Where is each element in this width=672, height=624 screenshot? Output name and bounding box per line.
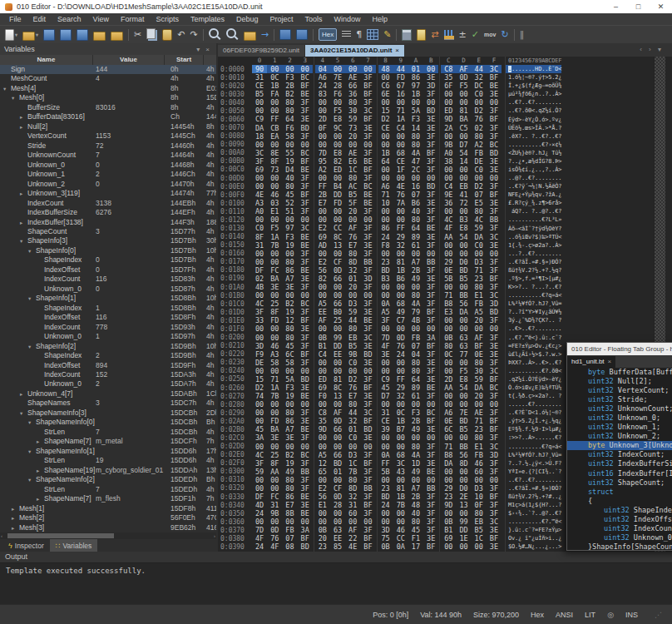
hex-byte[interactable]: 3F (423, 141, 438, 149)
hex-byte[interactable]: 71 (441, 443, 456, 451)
template-code-editor[interactable]: byte BufferData[Buffeuint32 Null[2];uint… (567, 368, 672, 550)
variable-row[interactable]: ▸ShapeName[7]m_metal15DCFh7h (0, 437, 216, 446)
hex-row[interactable]: 0:0180DFFC86BE560D323FBD1B2B3F0EBD713Fßü… (218, 266, 672, 275)
hex-byte[interactable]: 3F (423, 191, 438, 199)
hex-byte[interactable]: 00 (393, 141, 408, 149)
hex-byte[interactable]: BF (298, 534, 313, 542)
hex-byte[interactable]: 3F (423, 451, 438, 459)
hex-byte[interactable]: 3F (423, 157, 438, 166)
variable-row[interactable]: Unknown_0115D97h4h (0, 332, 216, 341)
hex-byte[interactable]: 2A (441, 124, 456, 132)
hex-byte[interactable]: 2D (441, 375, 456, 384)
hex-byte[interactable]: 76 (345, 384, 360, 392)
hex-byte[interactable]: 23 (441, 493, 456, 501)
hex-byte[interactable]: 4A (408, 149, 423, 157)
hex-byte[interactable]: 80 (441, 342, 456, 350)
hex-byte[interactable]: 59 (345, 308, 360, 316)
hex-byte[interactable]: 80 (282, 182, 297, 191)
hex-byte[interactable]: A2 (472, 141, 487, 149)
hex-byte[interactable]: 00 (315, 98, 330, 106)
hex-byte[interactable]: 13 (456, 501, 471, 509)
hex-byte[interactable]: 23 (378, 484, 393, 493)
hex-byte[interactable]: 3F (487, 459, 502, 468)
code-line[interactable]: uint32 ShapeIndex (567, 506, 672, 515)
hex-byte[interactable]: 00 (472, 174, 487, 182)
hex-byte[interactable]: 13 (330, 392, 345, 400)
hex-byte[interactable]: 00 (378, 283, 393, 291)
hex-byte[interactable]: 31 (252, 73, 267, 82)
hex-byte[interactable]: 00 (456, 400, 471, 409)
ansi-text[interactable]: }.û:.c¯?=FE?±Ýµ> (505, 526, 561, 534)
hex-byte[interactable]: 36 (441, 199, 456, 207)
hex-byte[interactable]: 58 (267, 359, 282, 367)
hex-byte[interactable]: 15 (378, 106, 393, 115)
hex-byte[interactable]: 08 (282, 542, 297, 551)
hex-byte[interactable]: 00 (252, 182, 267, 191)
hex-byte[interactable]: 00 (330, 359, 345, 367)
hex-byte[interactable]: 3C (487, 65, 502, 73)
hex-byte[interactable]: E7 (282, 501, 297, 509)
hex-byte[interactable]: 80 (282, 258, 297, 266)
variable-row[interactable]: ▾Mesh[0]8h15DF (0, 93, 216, 102)
hex-byte[interactable]: 3C (487, 291, 502, 300)
hex-byte[interactable]: C8 (315, 409, 330, 417)
variable-row[interactable]: BufferSize830168h4h (0, 103, 216, 112)
hex-byte[interactable]: 3F (298, 342, 313, 350)
hex-byte[interactable]: 3D (423, 82, 438, 90)
hex-byte[interactable]: 00 (441, 316, 456, 324)
hex-byte[interactable]: 00 (252, 215, 267, 224)
hex-byte[interactable]: 29 (393, 384, 408, 392)
hex-byte[interactable]: 76 (267, 534, 282, 542)
zoom-indicator-icon[interactable]: ◎ (607, 611, 614, 619)
hex-byte[interactable]: 4A (408, 451, 423, 459)
hex-byte[interactable]: 3F (298, 433, 313, 442)
hex-byte[interactable]: 00 (267, 291, 282, 300)
ansi-text[interactable]: <ŽU¼}è®?.hJ¿ Tû½ (505, 149, 561, 157)
hex-byte[interactable]: 3C (487, 518, 502, 526)
hex-byte[interactable]: 00 (441, 359, 456, 367)
hex-row[interactable]: 0:0150317B19BEAD13E73EF832613F0000C03E1{… (218, 241, 672, 250)
hex-byte[interactable]: AF (330, 409, 345, 417)
hex-byte[interactable]: 80 (472, 433, 487, 442)
hex-byte[interactable]: 3F (298, 476, 313, 484)
hex-byte[interactable]: 3F (423, 493, 438, 501)
hex-byte[interactable]: 4E (252, 191, 267, 199)
hex-byte[interactable]: 3F (487, 224, 502, 232)
hex-byte[interactable]: BF (423, 342, 438, 350)
line-format-icon[interactable] (339, 26, 353, 44)
hex-byte[interactable]: 00 (282, 215, 297, 224)
hex-byte[interactable]: BC (298, 300, 313, 308)
hex-byte[interactable]: BF (360, 82, 375, 90)
hex-byte[interactable]: 71 (472, 266, 487, 275)
hex-byte[interactable]: E8 (330, 149, 345, 157)
column-header-start[interactable]: Start (165, 55, 204, 65)
hex-byte[interactable]: A7 (408, 484, 423, 493)
hex-byte[interactable]: 00 (315, 250, 330, 258)
hex-byte[interactable]: D0 (456, 484, 471, 493)
hex-byte[interactable]: 3E (423, 375, 438, 384)
hex-byte[interactable]: 00 (330, 476, 345, 484)
hex-byte[interactable]: A7 (408, 258, 423, 266)
hex-byte[interactable]: BC (298, 73, 313, 82)
hex-row[interactable]: 0:0110A0E1513F0000203F0000403F0000803F á… (218, 207, 672, 215)
hex-byte[interactable]: E1 (472, 291, 487, 300)
hex-byte[interactable]: 80 (408, 215, 423, 224)
menu-project[interactable]: Project (264, 15, 299, 23)
ansi-text[interactable]: ......€?........ (505, 400, 561, 409)
hex-byte[interactable]: 00 (456, 509, 471, 518)
hex-byte[interactable]: E2 (315, 258, 330, 266)
hex-byte[interactable]: B3 (378, 275, 393, 283)
hex-byte[interactable]: 5F (345, 199, 360, 207)
hex-byte[interactable]: 3F (423, 207, 438, 215)
hex-byte[interactable]: 00 (393, 98, 408, 106)
hex-byte[interactable]: 1D (408, 459, 423, 468)
hex-byte[interactable]: 3F (487, 283, 502, 291)
variable-row[interactable]: ▸BufferData[83016]Ch1444 (0, 112, 216, 121)
hex-byte[interactable]: 4D (252, 501, 267, 509)
hex-byte[interactable]: A0 (441, 149, 456, 157)
hex-byte[interactable]: 3F (360, 224, 375, 232)
hex-byte[interactable]: 3F (487, 266, 502, 275)
hex-byte[interactable]: CC (393, 534, 408, 542)
hex-row[interactable]: 0:01B000000000000000000000803F71BBE13C..… (218, 291, 672, 300)
hex-byte[interactable]: 3E (423, 359, 438, 367)
